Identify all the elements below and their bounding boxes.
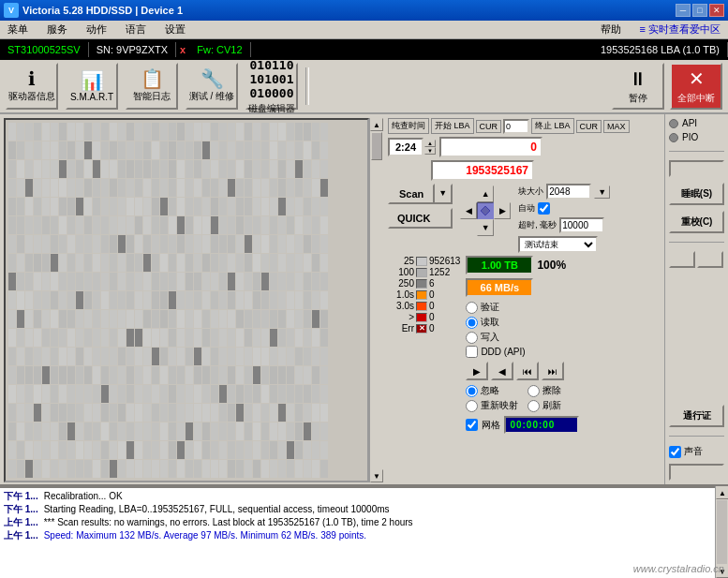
end-lba-input[interactable]: 1953525167 [431,160,534,181]
nav-up-button[interactable]: ▲ [477,185,494,202]
erase-radio[interactable] [527,385,540,397]
nav-center-button[interactable] [477,202,494,219]
toolbar-pause[interactable]: ⏸ 暂停 [612,63,664,110]
lba-inputs-row: 2:24 ▲ ▼ 0 [388,137,661,157]
side-divider-3 [669,436,724,437]
sound-checkbox[interactable] [669,446,681,458]
scroll-thumb[interactable] [371,132,382,160]
maximize-button[interactable]: □ [692,4,707,17]
scroll-down-button[interactable]: ▼ [370,469,383,482]
end-lba-label: 终止 LBA [531,118,574,134]
api-row: API [669,118,724,128]
minimize-button[interactable]: ─ [676,4,691,17]
ignore-radio[interactable] [466,385,478,397]
drive-tab-lba: 1953525168 LBA (1.0 TB) [593,42,728,57]
toolbar-editor[interactable]: 010110101001010000 磁盘编辑器 [245,63,298,110]
toolbar-smart[interactable]: 📊 S.M.A.R.T [66,63,118,110]
refresh-radio[interactable] [527,400,540,412]
cert-button[interactable]: 通行证 [669,405,724,427]
stat-row-25: 25 952613 [388,256,460,266]
time-value[interactable]: 2:24 [388,138,423,156]
block-size-dropdown[interactable]: ▼ [594,185,610,199]
stat-err-label: Err [388,323,414,333]
log-scroll-thumb[interactable] [717,500,727,564]
toolbar-separator [305,67,309,105]
test-icon: 🔧 [201,69,224,88]
auto-label: 自动 [518,202,535,215]
disk-map-scrollbar[interactable]: ▲ ▼ [369,118,382,482]
stat-row-100: 100 1252 [388,267,460,277]
side-btn-2[interactable] [697,251,723,268]
stat-1s-bar [416,290,427,300]
menu-item-service[interactable]: 服务 [43,22,71,37]
drive-tab-name[interactable]: ST31000525SV [0,42,89,57]
menu-item-language[interactable]: 语言 [122,22,150,37]
time-up-button[interactable]: ▲ [424,140,436,147]
nav-left-button[interactable]: ◀ [460,202,477,219]
timeout-input[interactable] [559,217,604,233]
stat-gt-value: 0 [429,312,435,322]
side-btn-1[interactable] [669,251,695,268]
write-row: 写入 [466,331,580,344]
cur-value[interactable]: 0 [503,119,529,134]
stat-25-label: 25 [388,256,414,266]
toolbar-stop-all[interactable]: ✕ 全部中断 [670,63,722,110]
next-button[interactable]: ⏭ [542,362,564,380]
auto-check-row: 自动 [518,202,610,215]
scroll-up-button[interactable]: ▲ [370,118,383,131]
info-icon: ℹ [28,69,36,88]
log-text: Speed: Maximum 132 MB/s. Average 97 MB/s… [44,529,711,542]
auto-checkbox[interactable] [538,202,550,215]
recal-button[interactable]: 重校(C) [669,211,724,233]
grid-checkbox[interactable] [466,419,478,431]
stat-gt-label: > [388,312,414,322]
time-down-button[interactable]: ▼ [424,147,436,155]
diamond-icon [480,205,491,216]
window-title: Victoria 5.28 HDD/SSD | Device 1 [22,5,183,16]
ddd-checkbox[interactable] [466,346,478,358]
start-lba-label: 开始 LBA [431,118,474,134]
log-time: 下午 1... [4,503,38,516]
cur2-label: CUR [576,120,602,133]
status-log-area: 下午 1...Recalibration... OK下午 1...Startin… [0,484,728,578]
title-bar: V Victoria 5.28 HDD/SSD | Device 1 ─ □ ✕ [0,0,728,21]
back-button[interactable]: ◀ [491,362,513,380]
scan-button[interactable]: Scan [388,184,435,204]
drive-tabs: ST31000525SV SN: 9VP9ZXTX x Fw: CV12 195… [0,39,728,60]
read-radio[interactable] [466,317,478,329]
nav-down-button[interactable]: ▼ [477,219,494,236]
toolbar-test[interactable]: 🔧 测试 / 维修 [186,63,238,110]
remap-radio[interactable] [466,400,478,412]
menu-item-action[interactable]: 动作 [82,22,111,37]
stats-display-row: 25 952613 100 1252 250 6 1.0s 0 [388,256,661,434]
menu-item-settings[interactable]: 设置 [161,22,189,37]
log-scroll-up[interactable]: ▲ [716,486,728,499]
pio-led [669,133,678,142]
remap-option: 重新映射 [466,399,518,412]
menu-link[interactable]: ≡ 实时查看爱中区 [636,22,724,37]
ignore-option: 忽略 [466,384,518,397]
toolbar-log[interactable]: 📋 智能日志 [126,63,178,110]
nav-right-button[interactable]: ▶ [494,202,511,219]
close-button[interactable]: ✕ [709,4,724,17]
start-lba-input[interactable]: 0 [439,137,542,157]
stat-3s-value: 0 [429,301,435,311]
write-radio[interactable] [466,332,478,344]
drive-tab-close[interactable]: x [176,44,189,55]
menu-item-help[interactable]: 帮助 [597,22,625,37]
prev-button[interactable]: ⏮ [516,362,539,380]
menu-item-main[interactable]: 菜单 [4,22,32,37]
action-options: 忽略 擦除 重新映射 刷新 [466,384,580,412]
ignore-label: 忽略 [481,384,499,397]
verify-radio[interactable] [466,302,478,314]
end-result-select[interactable]: 测试结束 [518,236,598,253]
play-button[interactable]: ▶ [466,362,488,380]
sleep-button[interactable]: 睡眠(S) [669,183,724,205]
disk-map[interactable] [4,118,369,482]
quick-button[interactable]: QUICK [388,208,453,229]
scan-dropdown-arrow[interactable]: ▼ [435,184,453,204]
toolbar-driver-info[interactable]: ℹ 驱动器信息 [6,63,58,110]
block-size-input[interactable] [546,184,591,200]
lba-top-row: 纯查时间 开始 LBA CUR 0 终止 LBA CUR MAX [388,118,661,134]
log-time: 上午 1... [4,529,38,542]
